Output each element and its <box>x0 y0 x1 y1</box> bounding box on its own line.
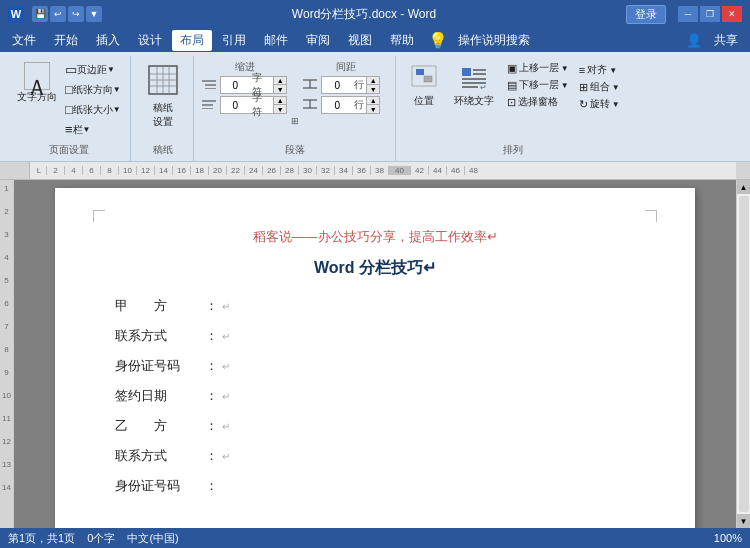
ruler-mark: 34 <box>334 166 352 175</box>
expand-paragraph-icon[interactable]: ⊞ <box>291 116 299 126</box>
orientation-button[interactable]: □ 纸张方向 ▼ <box>62 80 124 99</box>
ruler-container: L 2 4 6 8 10 12 14 16 18 20 22 24 26 28 … <box>0 162 750 180</box>
doc-line-6: 联系方式 ： ↵ <box>115 447 635 465</box>
send-backward-button[interactable]: ▤ 下移一层 ▼ <box>504 77 572 93</box>
spacing-before-unit: 行 <box>352 78 366 92</box>
scroll-down-button[interactable]: ▼ <box>737 514 751 528</box>
selection-pane-button[interactable]: ⊡ 选择窗格 <box>504 94 572 110</box>
restore-button[interactable]: ❐ <box>700 6 720 22</box>
selection-pane-label: 选择窗格 <box>518 95 558 109</box>
document-page[interactable]: 稻客说——办公技巧分享，提高工作效率↵ Word 分栏技巧↵ 甲 方 ： ↵ 联… <box>55 188 695 528</box>
spacing-after-input[interactable]: 0 行 ▲ ▼ <box>321 96 380 114</box>
menu-references[interactable]: 引用 <box>214 30 254 51</box>
ruler-mark: 8 <box>100 166 118 175</box>
vruler-8: 8 <box>4 345 8 354</box>
columns-icon: ≡ <box>65 122 73 137</box>
indent-left-up[interactable]: ▲ <box>274 77 286 85</box>
spacing-before-up[interactable]: ▲ <box>367 77 379 85</box>
indent-right-up[interactable]: ▲ <box>274 97 286 105</box>
doc-arrow-3: ↵ <box>222 361 230 372</box>
scroll-up-button[interactable]: ▲ <box>737 180 751 194</box>
login-button[interactable]: 登录 <box>626 5 666 24</box>
vruler-10: 10 <box>2 391 11 400</box>
margins-label: 页边距 <box>77 63 107 77</box>
indent-right-down[interactable]: ▼ <box>274 105 286 113</box>
quick-access-toolbar: 💾 ↩ ↪ ▼ <box>32 6 102 22</box>
spacing-after-value: 0 <box>322 100 352 111</box>
text-direction-button[interactable]: Ａ 文字方向 <box>14 60 60 106</box>
menu-insert[interactable]: 插入 <box>88 30 128 51</box>
doc-colon-2: ： <box>205 327 218 345</box>
columns-button[interactable]: ≡ 栏 ▼ <box>62 120 124 139</box>
menu-home[interactable]: 开始 <box>46 30 86 51</box>
menu-mailing[interactable]: 邮件 <box>256 30 296 51</box>
doc-arrow-1: ↵ <box>222 301 230 312</box>
spacing-before-input[interactable]: 0 行 ▲ ▼ <box>321 76 380 94</box>
group-button[interactable]: ⊞ 组合 ▼ <box>576 79 623 95</box>
rotate-button[interactable]: ↻ 旋转 ▼ <box>576 96 623 112</box>
document-subtitle: 稻客说——办公技巧分享，提高工作效率↵ <box>115 228 635 246</box>
doc-line-2: 联系方式 ： ↵ <box>115 327 635 345</box>
status-bar: 第1页，共1页 0个字 中文(中国) 100% <box>0 528 750 548</box>
ruler-mark: 10 <box>118 166 136 175</box>
menu-review[interactable]: 审阅 <box>298 30 338 51</box>
size-button[interactable]: □ 纸张大小 ▼ <box>62 100 124 119</box>
menu-view[interactable]: 视图 <box>340 30 380 51</box>
close-button[interactable]: ✕ <box>722 6 742 22</box>
scrollbar-vertical[interactable]: ▲ ▼ <box>736 180 750 528</box>
ruler-mark: 6 <box>82 166 100 175</box>
indent-right-input[interactable]: 0 字符 ▲ ▼ <box>220 96 288 114</box>
group-label: 组合 <box>590 80 610 94</box>
minimize-button[interactable]: ─ <box>678 6 698 22</box>
spacing-before-down[interactable]: ▼ <box>367 85 379 93</box>
size-label: 纸张大小 <box>73 103 113 117</box>
spacing-after-up[interactable]: ▲ <box>367 97 379 105</box>
status-left: 第1页，共1页 0个字 中文(中国) <box>8 531 179 546</box>
scroll-thumb[interactable] <box>739 196 749 512</box>
align-button[interactable]: ≡ 对齐 ▼ <box>576 62 620 78</box>
vruler-13: 13 <box>2 460 11 469</box>
redo-icon[interactable]: ↪ <box>68 6 84 22</box>
indent-left-value: 0 <box>221 80 250 91</box>
search-action[interactable]: 操作说明搜索 <box>450 30 538 51</box>
share-button[interactable]: 共享 <box>706 30 746 51</box>
ruler-mark: 30 <box>298 166 316 175</box>
margins-button[interactable]: ▭ 页边距 ▼ <box>62 60 124 79</box>
app-window: W 💾 ↩ ↪ ▼ Word分栏技巧.docx - Word 登录 ─ ❐ ✕ … <box>0 0 750 548</box>
doc-colon-6: ： <box>205 447 218 465</box>
indent-left-down[interactable]: ▼ <box>274 85 286 93</box>
group-arrow: ▼ <box>612 83 620 92</box>
arrange-group-label: 排列 <box>503 139 523 157</box>
align-icon: ≡ <box>579 64 585 76</box>
position-button[interactable]: 位置 <box>404 60 444 112</box>
menu-design[interactable]: 设计 <box>130 30 170 51</box>
ruler-mark: 44 <box>428 166 446 175</box>
spacing-after-down[interactable]: ▼ <box>367 105 379 113</box>
vruler-9: 9 <box>4 368 8 377</box>
rotate-label: 旋转 <box>590 97 610 111</box>
doc-arrow-6: ↵ <box>222 451 230 462</box>
save-icon[interactable]: 💾 <box>32 6 48 22</box>
selection-pane-icon: ⊡ <box>507 96 516 109</box>
ruler-mark: 28 <box>280 166 298 175</box>
menu-file[interactable]: 文件 <box>4 30 44 51</box>
undo-icon[interactable]: ↩ <box>50 6 66 22</box>
customize-icon[interactable]: ▼ <box>86 6 102 22</box>
position-label: 位置 <box>414 94 434 108</box>
bring-forward-icon: ▣ <box>507 62 517 75</box>
vruler-14: 14 <box>2 483 11 492</box>
vruler-12: 12 <box>2 437 11 446</box>
margins-arrow: ▼ <box>107 65 115 74</box>
ruler-mark: 4 <box>64 166 82 175</box>
draft-settings-button[interactable]: 稿纸设置 <box>139 60 187 133</box>
document-title: Word 分栏技巧↵ <box>115 258 635 279</box>
ruler-mark: 12 <box>136 166 154 175</box>
spacing-before-value: 0 <box>322 80 352 91</box>
doc-arrow-2: ↵ <box>222 331 230 342</box>
bring-forward-button[interactable]: ▣ 上移一层 ▼ <box>504 60 572 76</box>
menu-layout[interactable]: 布局 <box>172 30 212 51</box>
wrap-text-button[interactable]: ↵ 环绕文字 <box>448 60 500 112</box>
doc-label-2: 联系方式 <box>115 327 205 345</box>
menu-help[interactable]: 帮助 <box>382 30 422 51</box>
svg-rect-20 <box>416 69 424 75</box>
